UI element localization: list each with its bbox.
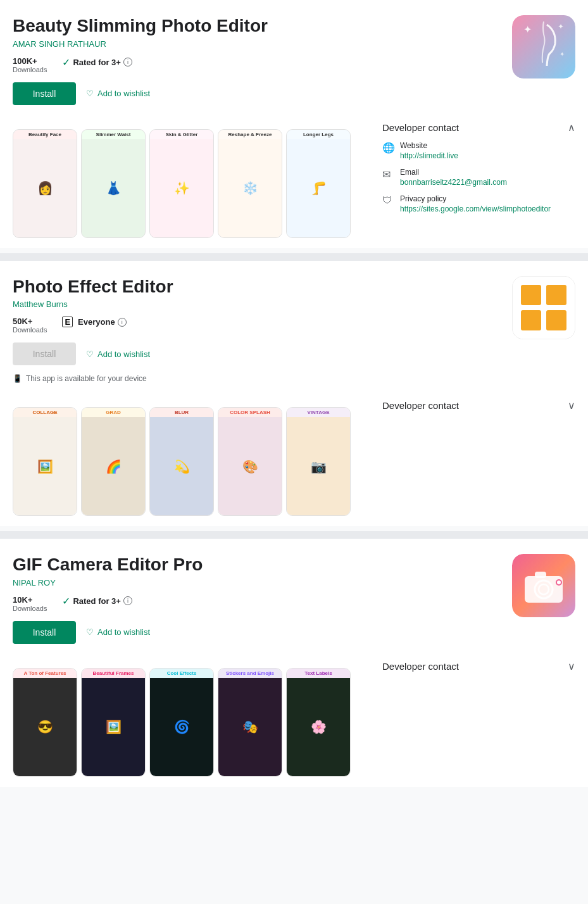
rating-value: Rated for 3+ — [73, 58, 121, 67]
developer-contact-body: 🌐 Website http://slimedit.live ✉ Email b… — [382, 141, 575, 213]
chevron-down-icon-2: ∨ — [568, 399, 575, 411]
email-label: Email — [400, 168, 507, 177]
app-actions: Install ♡ Add to wishlist — [13, 82, 502, 105]
app-header-3: GIF Camera Editor Pro NIPAL ROY 10K+ Dow… — [13, 554, 575, 653]
downloads-label-2: Downloads — [13, 326, 47, 334]
downloads-value-2: 50K+ — [13, 317, 47, 326]
app-author-3[interactable]: NIPAL ROY — [13, 578, 502, 587]
email-value[interactable]: bonnbarriseitz4221@gmail.com — [400, 178, 507, 187]
wishlist-label-2: Add to wishlist — [97, 349, 150, 359]
app-icon-3 — [512, 554, 575, 617]
svg-rect-5 — [521, 285, 541, 305]
ss-image-4: ❄️ — [218, 139, 282, 237]
screenshots-strip-3: A Ton of Features 😎 Beautiful Frames 🖼️ … — [13, 660, 367, 787]
downloads-label: Downloads — [13, 66, 47, 73]
rating-stat: ✓ Rated for 3+ i — [62, 56, 132, 73]
chevron-up-icon: ∧ — [568, 122, 575, 134]
ss-image-5: 🦵 — [287, 139, 350, 237]
developer-contact-title: Developer contact — [382, 122, 459, 133]
email-icon: ✉ — [382, 168, 394, 180]
screenshot-g2: Beautiful Frames 🖼️ — [81, 668, 146, 777]
ss-image-p2: 🌈 — [82, 417, 145, 515]
email-info: Email bonnbarriseitz4221@gmail.com — [400, 168, 507, 187]
wishlist-icon: ♡ — [86, 89, 94, 98]
info-icon[interactable]: i — [123, 58, 132, 66]
screenshot-p5: VINTAGE 📷 — [286, 407, 351, 516]
ss-label-p3: BLUR — [150, 408, 213, 417]
app-stats-2: 50K+ Downloads E Everyone i — [13, 317, 502, 334]
website-item: 🌐 Website http://slimedit.live — [382, 141, 575, 160]
wishlist-button[interactable]: ♡ Add to wishlist — [86, 89, 150, 98]
info-icon-3[interactable]: i — [123, 596, 132, 605]
ss-label-4: Reshape & Freeze — [218, 130, 282, 139]
ss-image-g1: 😎 — [13, 678, 77, 776]
ss-label-g3: Cool Effects — [150, 669, 213, 678]
rating-value-2: Everyone — [78, 317, 115, 327]
screenshot-p2: GRAD 🌈 — [81, 407, 146, 516]
ss-label-p5: VINTAGE — [287, 408, 350, 417]
app-icon-2 — [512, 276, 575, 339]
screenshots-area: Beautify Face 👩 Slimmer Waist 👗 Skin & G… — [13, 122, 367, 248]
screenshot-5: Longer Legs 🦵 — [286, 129, 351, 238]
app-header-left-3: GIF Camera Editor Pro NIPAL ROY 10K+ Dow… — [13, 554, 502, 653]
svg-rect-8 — [546, 310, 566, 330]
screenshot-g3: Cool Effects 🌀 — [149, 668, 214, 777]
app-gif-camera: GIF Camera Editor Pro NIPAL ROY 10K+ Dow… — [0, 539, 588, 787]
app-photo-effect: Photo Effect Editor Matthew Burns 50K+ D… — [0, 261, 588, 527]
app-header-2: Photo Effect Editor Matthew Burns 50K+ D… — [13, 276, 575, 392]
app-author-2[interactable]: Matthew Burns — [13, 299, 502, 309]
wishlist-button-2[interactable]: ♡ Add to wishlist — [86, 349, 150, 359]
content-area: Beautify Face 👩 Slimmer Waist 👗 Skin & G… — [13, 122, 575, 248]
screenshot-p4: COLOR SPLASH 🎨 — [218, 407, 282, 516]
rating-check-icon-3: ✓ — [62, 595, 70, 607]
screenshot-g5: Text Labels 🌸 — [286, 668, 351, 777]
downloads-value-3: 10K+ — [13, 595, 47, 605]
wishlist-label-3: Add to wishlist — [97, 627, 150, 637]
screenshot-2: Slimmer Waist 👗 — [81, 129, 146, 238]
app-icon-svg-2 — [512, 276, 575, 339]
email-item: ✉ Email bonnbarriseitz4221@gmail.com — [382, 168, 575, 187]
app-actions-2: Install ♡ Add to wishlist — [13, 342, 502, 365]
device-notice-text: This app is available for your device — [26, 374, 147, 383]
app-stats: 100K+ Downloads ✓ Rated for 3+ i — [13, 56, 502, 73]
downloads-stat-2: 50K+ Downloads — [13, 317, 47, 334]
app-actions-3: Install ♡ Add to wishlist — [13, 621, 502, 644]
svg-point-15 — [557, 581, 561, 584]
rating-value-3: Rated for 3+ — [73, 596, 121, 606]
developer-contact-header-2[interactable]: Developer contact ∨ — [382, 399, 575, 411]
wishlist-icon-2: ♡ — [86, 349, 94, 359]
developer-contact-area-2: Developer contact ∨ — [367, 399, 575, 526]
svg-rect-13 — [535, 572, 546, 578]
app-header-left: Beauty Slimming Photo Editor AMAR SINGH … — [13, 15, 502, 114]
privacy-value[interactable]: https://sites.google.com/view/slimphotoe… — [400, 204, 551, 213]
content-area-2: COLLAGE 🖼️ GRAD 🌈 BLUR 💫 COLOR SPLASH 🎨 … — [13, 399, 575, 526]
downloads-label-3: Downloads — [13, 605, 47, 612]
wishlist-button-3[interactable]: ♡ Add to wishlist — [86, 627, 150, 637]
svg-rect-7 — [521, 310, 541, 330]
app-title: Beauty Slimming Photo Editor — [13, 15, 502, 37]
website-value[interactable]: http://slimedit.live — [400, 151, 458, 160]
install-button[interactable]: Install — [13, 82, 76, 105]
ss-label-p2: GRAD — [82, 408, 145, 417]
developer-contact-title-3: Developer contact — [382, 661, 459, 672]
ss-image-g2: 🖼️ — [82, 678, 145, 776]
developer-contact-header[interactable]: Developer contact ∧ — [382, 122, 575, 134]
install-button-3[interactable]: Install — [13, 621, 76, 644]
ss-label-g1: A Ton of Features — [13, 669, 77, 678]
app-icon-svg: ✦ ✦ ✦ — [512, 15, 575, 78]
ss-image-2: 👗 — [82, 139, 145, 237]
svg-text:✦: ✦ — [560, 51, 565, 58]
install-button-2[interactable]: Install — [13, 342, 76, 365]
app-stats-3: 10K+ Downloads ✓ Rated for 3+ i — [13, 595, 502, 612]
developer-contact-area-3: Developer contact ∨ — [367, 660, 575, 787]
app-author[interactable]: AMAR SINGH RATHAUR — [13, 39, 502, 49]
screenshot-1: Beautify Face 👩 — [13, 129, 77, 238]
rating-row-3: ✓ Rated for 3+ i — [62, 595, 132, 607]
ss-image-p3: 💫 — [150, 417, 213, 515]
ss-image-3: ✨ — [150, 139, 213, 237]
developer-contact-header-3[interactable]: Developer contact ∨ — [382, 660, 575, 672]
info-icon-2[interactable]: i — [118, 318, 127, 327]
svg-rect-6 — [546, 285, 566, 305]
screenshot-g4: Stickers and Emojis 🎭 — [218, 668, 282, 777]
ss-image-g4: 🎭 — [218, 678, 282, 776]
